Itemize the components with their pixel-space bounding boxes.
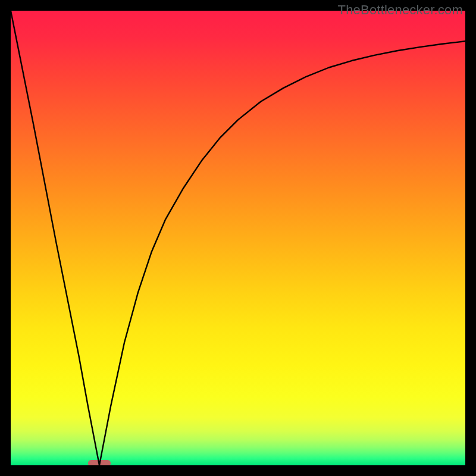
chart-background [11, 11, 465, 465]
watermark-text: TheBottlenecker.com [338, 2, 463, 18]
bottleneck-chart [11, 11, 465, 465]
chart-frame [11, 11, 465, 465]
